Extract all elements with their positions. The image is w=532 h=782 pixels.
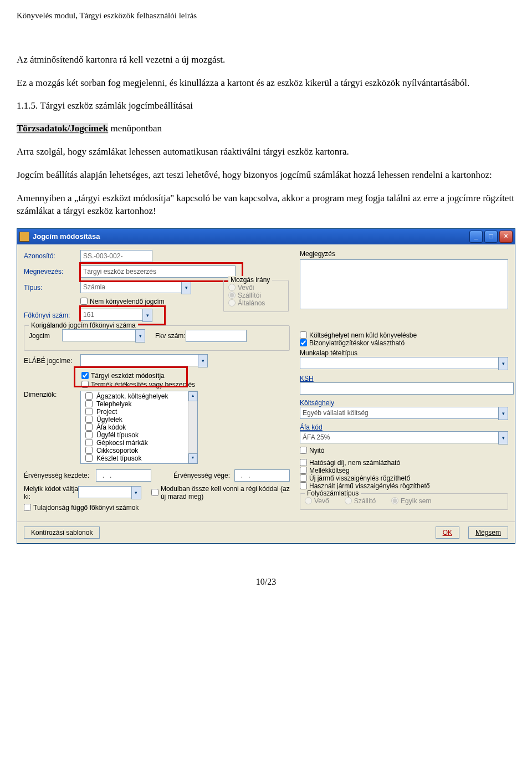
melyik-kodot-combo[interactable]: ▾ — [78, 486, 141, 499]
scrollbar[interactable]: ▴ ▾ — [188, 391, 197, 463]
mozgas-irany-legend: Mozgás irány — [228, 276, 272, 284]
mozgas-irany-fieldset: Mozgás irány Vevői Szállítói Általános — [223, 280, 289, 312]
chevron-down-icon[interactable]: ▾ — [198, 354, 208, 367]
koltseghely-combo[interactable]: Egyéb vállalati költség ▾ — [300, 407, 508, 420]
azonosito-label: Azonosító: — [24, 252, 80, 260]
page-number: 10/23 — [17, 577, 515, 587]
chevron-down-icon[interactable]: ▾ — [498, 407, 508, 420]
list-item[interactable]: Project — [83, 408, 195, 416]
list-item[interactable]: Cikkcsoportok — [83, 447, 195, 454]
koltseghely-nem-checkbox[interactable]: Költséghelyet nem küld könyvelésbe — [300, 331, 508, 339]
afa-label: Áfa kód — [300, 423, 508, 431]
fkv-field — [186, 330, 247, 342]
targyi-modositja-checkbox[interactable]: Tárgyi eszközt módosítja — [81, 372, 290, 380]
list-item[interactable]: Ügyfelek — [83, 416, 195, 423]
fkv-label: Fkv szám: — [155, 332, 186, 340]
dimenziok-label: Dimenziók: — [24, 391, 80, 398]
kontirozasi-button[interactable]: Kontírozási sablonok — [24, 527, 100, 539]
nyito-checkbox[interactable]: Nyitó — [300, 447, 508, 454]
ksh-label: KSH — [300, 375, 508, 382]
ksh-field[interactable] — [300, 382, 514, 395]
paragraph-5: Amennyiben a „tárgyi eszközt módosítja" … — [17, 192, 515, 217]
maximize-button[interactable]: □ — [484, 231, 498, 243]
jogcim-combo[interactable]: ▾ — [62, 329, 145, 343]
list-item[interactable]: Áfa kódok — [83, 423, 195, 431]
dimenziok-listbox[interactable]: Ágazatok, költséghelyek Telephelyek Proj… — [80, 391, 198, 464]
chevron-down-icon[interactable]: ▾ — [498, 431, 508, 444]
erv-vege-field[interactable]: . . — [234, 469, 290, 482]
megnevezes-label: Megnevezés: — [24, 268, 80, 275]
menu-path: Törzsadatok/Jogcímek menüpontban — [17, 122, 515, 135]
section-title: 1.1.5. Tárgyi eszköz számlák jogcímbeáll… — [17, 100, 515, 111]
hatosagi-checkbox[interactable]: Hatósági díj, nem számlázható — [300, 459, 508, 467]
modulban-checkbox[interactable]: Modulban össze kell vonni a régi kóddal … — [151, 485, 290, 500]
chevron-down-icon[interactable]: ▾ — [135, 329, 145, 343]
app-icon — [19, 232, 29, 242]
altalanos-radio: Általános — [228, 299, 284, 307]
ok-button[interactable]: OK — [436, 527, 459, 539]
list-item[interactable]: Ügyfél típusok — [83, 431, 195, 439]
fokonyvi-combo[interactable]: 161 ▾ — [80, 309, 152, 322]
megjegyzes-label: Megjegyzés — [300, 250, 508, 258]
fs-egyik-radio: Egyik sem — [391, 497, 431, 505]
hasznalt-jarmu-checkbox[interactable]: Használt jármű visszaigénylés rögzíthető — [300, 482, 508, 490]
fokonyvi-label: Főkönyvi szám: — [24, 311, 80, 319]
erv-kezdete-label: Érvényesség kezdete: — [24, 472, 96, 479]
window-title: Jogcím módosítása — [33, 232, 100, 241]
menu-path-strong: Törzsadatok/Jogcímek — [17, 123, 108, 134]
fs-szallito-radio: Szállító — [345, 497, 376, 505]
melyik-kodot-label: Melyik kódot váltja ki: — [24, 485, 78, 500]
list-item[interactable]: Telephelyek — [83, 400, 195, 408]
termek-checkbox[interactable]: Termék értékesítés vagy beszerzés — [81, 381, 290, 389]
szallitoi-radio: Szállítói — [228, 292, 284, 299]
vevoi-radio: Vevői — [228, 284, 284, 292]
elabe-label: ELÁBÉ jogcíme: — [24, 357, 80, 365]
koltseghely-label: Költséghely — [300, 399, 508, 407]
folyoszamla-legend: Folyószámlatípus — [305, 489, 361, 497]
list-item[interactable]: Gépkocsi márkák — [83, 439, 195, 447]
fs-vevo-radio: Vevő — [305, 497, 329, 505]
folyoszamla-fieldset: Folyószámlatípus Vevő Szállító Egyik sem — [300, 493, 508, 510]
titlebar[interactable]: Jogcím módosítása _ □ × — [17, 229, 515, 244]
jogcim-label: Jogcim — [29, 332, 62, 340]
nem-konyvelendo-checkbox[interactable]: Nem könyvelendő jogcím — [80, 298, 165, 305]
uj-jarmu-checkbox[interactable]: Új jármű visszaigénylés rögzíthető — [300, 474, 508, 482]
cancel-button[interactable]: Mégsem — [468, 527, 508, 539]
elabe-combo[interactable]: ▾ — [80, 354, 208, 367]
tipus-label: Típus: — [24, 284, 80, 292]
chevron-down-icon[interactable]: ▾ — [142, 309, 152, 322]
paragraph-1: Az átminősítendő kartonra rá kell vezetn… — [17, 54, 515, 66]
megjegyzes-textarea[interactable] — [300, 259, 508, 309]
chevron-down-icon[interactable]: ▾ — [498, 357, 508, 370]
chevron-down-icon[interactable]: ▾ — [181, 281, 191, 294]
list-item[interactable]: Készlet típusok — [83, 454, 195, 462]
afa-combo[interactable]: ÁFA 25% ▾ — [300, 431, 508, 444]
close-button[interactable]: × — [499, 231, 513, 243]
bizonylat-checkbox[interactable]: Bizonylatrögzítéskor választható — [300, 339, 508, 347]
megnevezes-field[interactable]: Tárgyi eszköz beszerzés — [80, 265, 236, 278]
erv-kezdete-field[interactable]: . . — [96, 469, 151, 482]
document-header: Könyvelés modul, Tárgyi eszközök felhasz… — [17, 11, 515, 21]
tulajdonsag-checkbox[interactable]: Tulajdonság függő főkönyvi számok — [24, 504, 139, 512]
munkalap-combo[interactable]: ▾ — [300, 357, 508, 370]
munkalap-label: Munkalap tételtípus — [300, 349, 508, 357]
korigalando-legend: Korigálandó jogcím főkönyvi száma — [29, 321, 138, 329]
mellekkoltseg-checkbox[interactable]: Mellékköltség — [300, 467, 508, 474]
chevron-down-icon[interactable]: ▾ — [131, 486, 141, 499]
scroll-up-button[interactable]: ▴ — [188, 391, 197, 401]
paragraph-3: Arra szolgál, hogy számlákat lehessen au… — [17, 146, 515, 158]
scroll-down-button[interactable]: ▾ — [188, 453, 197, 463]
paragraph-2: Ez a mozgás két sorban fog megjelenni, é… — [17, 77, 515, 89]
list-item[interactable]: Ágazatok, költséghelyek — [83, 392, 195, 400]
erv-vege-label: Érvényesség vége: — [173, 472, 230, 479]
tipus-combo[interactable]: Számla ▾ — [80, 281, 191, 294]
minimize-button[interactable]: _ — [469, 231, 483, 243]
app-window: Jogcím módosítása _ □ × Azonosító: SS.-0… — [17, 228, 515, 544]
korigalando-fieldset: Korigálandó jogcím főkönyvi száma Jogcim… — [24, 325, 290, 351]
paragraph-4: Jogcím beállítás alapján lehetséges, azt… — [17, 169, 515, 181]
azonosito-field: SS.-003-002- — [80, 250, 152, 262]
